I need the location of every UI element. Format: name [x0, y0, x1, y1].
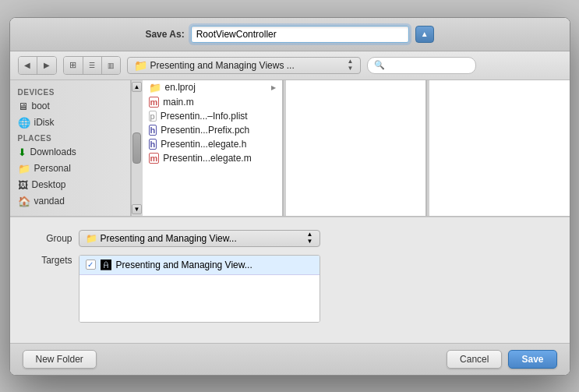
group-label: Group: [26, 233, 72, 244]
file-panel-3: [429, 80, 570, 216]
targets-row: Targets ✓ 🅰 Presenting and Managing View…: [26, 255, 554, 323]
target-app-icon: 🅰: [101, 259, 111, 271]
sidebar: DEVICES 🖥 boot 🌐 iDisk PLACES ⬇ Download…: [10, 80, 131, 216]
path-folder-icon: 📁: [134, 59, 147, 72]
main-area: DEVICES 🖥 boot 🌐 iDisk PLACES ⬇ Download…: [10, 80, 570, 217]
personal-icon: 📁: [18, 163, 30, 175]
target-checkbox[interactable]: ✓: [86, 260, 96, 270]
group-folder-icon: 📁: [86, 233, 97, 244]
file-name-elegate-h: Presentin...elegate.h: [161, 139, 246, 150]
title-bar: Save As: ▲: [10, 18, 570, 51]
file-item-elegate-m[interactable]: m Presentin...elegate.m: [143, 151, 282, 165]
nav-back-button[interactable]: ◀: [19, 57, 37, 74]
file-panels: 📁 en.lproj ▶ m main.m p Presentin...–Inf…: [143, 80, 570, 216]
path-dropdown[interactable]: 📁 Presenting and Managing Views ... ▲ ▼: [127, 57, 361, 74]
h-file-icon-2: h: [149, 139, 157, 150]
group-dropdown[interactable]: 📁 Presenting and Managing View... ▲ ▼: [79, 230, 320, 247]
file-item-main-m[interactable]: m main.m: [143, 95, 282, 109]
file-panel-1: 📁 en.lproj ▶ m main.m p Presentin...–Inf…: [143, 80, 283, 216]
file-item-en-lproj[interactable]: 📁 en.lproj ▶: [143, 80, 282, 95]
targets-box: ✓ 🅰 Presenting and Managing View...: [79, 255, 320, 323]
group-value: Presenting and Managing View...: [101, 233, 304, 244]
sidebar-item-boot[interactable]: 🖥 boot: [10, 98, 130, 115]
save-dialog: Save As: ▲ ◀ ▶ ⊞ ☰ ▥ 📁 Presenting and Ma…: [9, 17, 570, 376]
file-name-elegate-m: Presentin...elegate.m: [163, 153, 251, 164]
sidebar-item-downloads[interactable]: ⬇ Downloads: [10, 144, 130, 161]
target-item[interactable]: ✓ 🅰 Presenting and Managing View...: [79, 256, 320, 275]
view-column-button[interactable]: ▥: [101, 57, 120, 74]
sidebar-scrollbar[interactable]: ▲ ▼: [131, 80, 143, 216]
file-item-elegate-h[interactable]: h Presentin...elegate.h: [143, 137, 282, 151]
view-icon-button[interactable]: ⊞: [64, 57, 83, 74]
sidebar-item-personal[interactable]: 📁 Personal: [10, 161, 130, 177]
file-name-main-m: main.m: [163, 97, 193, 108]
scroll-down-arrow[interactable]: ▼: [132, 204, 142, 214]
plist-icon: p: [149, 111, 157, 122]
view-list-button[interactable]: ☰: [83, 57, 101, 74]
target-empty-row-2: [79, 291, 320, 306]
targets-label: Targets: [26, 255, 72, 266]
save-button[interactable]: Save: [508, 350, 556, 369]
sidebar-item-label-downloads: Downloads: [30, 147, 76, 157]
new-folder-label: New Folder: [36, 354, 83, 365]
cancel-label: Cancel: [460, 354, 489, 365]
m-file-icon: m: [149, 97, 160, 108]
action-bar: New Folder Cancel Save: [10, 343, 570, 375]
search-icon: 🔍: [374, 60, 385, 70]
boot-icon: 🖥: [18, 101, 28, 112]
path-label: Presenting and Managing Views ...: [150, 60, 341, 71]
nav-buttons: ◀ ▶: [18, 56, 57, 75]
new-folder-button[interactable]: New Folder: [23, 350, 97, 369]
bottom-section: Group 📁 Presenting and Managing View... …: [10, 217, 570, 343]
idisk-icon: 🌐: [18, 117, 30, 129]
places-section-title: PLACES: [10, 131, 130, 144]
desktop-icon: 🖼: [18, 179, 28, 191]
h-file-icon-1: h: [149, 125, 157, 136]
target-empty-row-3: [79, 306, 320, 322]
group-row: Group 📁 Presenting and Managing View... …: [26, 230, 554, 247]
scroll-thumb[interactable]: [132, 132, 141, 164]
view-buttons: ⊞ ☰ ▥: [63, 56, 121, 75]
path-dropdown-arrow: ▲ ▼: [348, 58, 354, 72]
up-button[interactable]: ▲: [415, 26, 434, 43]
folder-icon: 📁: [149, 82, 161, 94]
sidebar-item-label-personal: Personal: [34, 163, 71, 174]
right-buttons: Cancel Save: [447, 350, 556, 369]
search-box[interactable]: 🔍: [367, 57, 476, 74]
cancel-button[interactable]: Cancel: [447, 350, 502, 369]
file-item-info-plist[interactable]: p Presentin...–Info.plist: [143, 109, 282, 123]
sidebar-item-desktop[interactable]: 🖼 Desktop: [10, 177, 130, 193]
sidebar-item-idisk[interactable]: 🌐 iDisk: [10, 115, 130, 131]
scroll-up-arrow[interactable]: ▲: [132, 82, 142, 92]
downloads-icon: ⬇: [18, 147, 26, 158]
checkmark-icon: ✓: [87, 260, 94, 269]
toolbar: ◀ ▶ ⊞ ☰ ▥ 📁 Presenting and Managing View…: [10, 51, 570, 80]
file-item-prefix-pch[interactable]: h Presentin...Prefix.pch: [143, 123, 282, 137]
nav-forward-button[interactable]: ▶: [37, 57, 56, 74]
vandad-icon: 🏠: [18, 196, 30, 207]
save-as-label: Save As:: [145, 29, 184, 40]
devices-section-title: DEVICES: [10, 85, 130, 98]
sidebar-item-label-idisk: iDisk: [34, 117, 55, 128]
file-name-en-lproj: en.lproj: [165, 82, 196, 93]
target-empty-row-1: [79, 275, 320, 291]
sidebar-item-label-vandad: vandad: [34, 196, 65, 207]
m-file-icon-2: m: [149, 153, 160, 164]
folder-arrow: ▶: [271, 84, 276, 91]
save-label: Save: [521, 354, 543, 365]
group-dropdown-arrows: ▲ ▼: [307, 231, 313, 245]
target-name: Presenting and Managing View...: [116, 260, 252, 270]
file-name-prefix-pch: Presentin...Prefix.pch: [161, 125, 249, 136]
sidebar-item-label-desktop: Desktop: [32, 179, 66, 190]
sidebar-item-label-boot: boot: [32, 101, 50, 111]
file-panel-2: [286, 80, 427, 216]
filename-input[interactable]: [191, 26, 409, 43]
file-name-info-plist: Presentin...–Info.plist: [161, 111, 248, 122]
sidebar-item-vandad[interactable]: 🏠 vandad: [10, 193, 130, 210]
